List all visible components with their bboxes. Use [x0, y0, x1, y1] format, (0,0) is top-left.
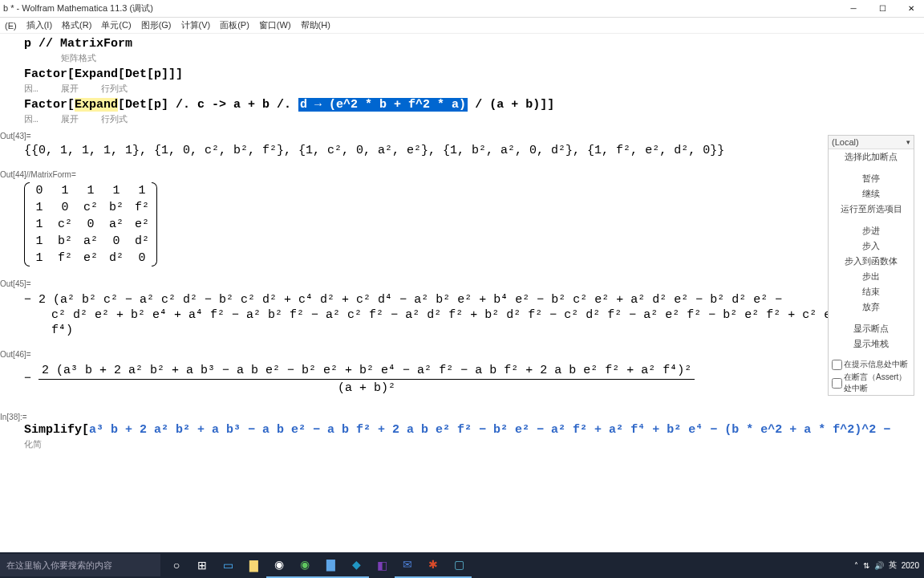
menu-window[interactable]: 窗口(W) [257, 19, 293, 31]
network-icon[interactable]: ⇅ [863, 561, 869, 570]
tray-up-icon[interactable]: ˄ [854, 561, 858, 570]
menu-help[interactable]: 帮助(H) [299, 19, 332, 31]
hint-det: 行列式 [101, 113, 128, 125]
out43-output[interactable]: {{0, 1, 1, 1, 1}, {1, 0, c², b², f²}, {1… [24, 144, 924, 157]
app-title: b * - Wolfram Mathematica 11.3 (调试) [3, 2, 153, 14]
system-tray[interactable]: ˄ ⇅ 🔊 英 2020 [854, 560, 924, 571]
hint-det: 行列式 [101, 83, 128, 95]
wechat-icon[interactable]: ◉ [292, 552, 318, 578]
menu-edit[interactable]: (E) [3, 21, 18, 31]
app-icon-2[interactable]: ▢ [446, 552, 472, 578]
hint-expand: 展开 [61, 113, 79, 125]
debug-step-out[interactable]: 步出 [829, 269, 914, 284]
out46-output[interactable]: − 2 (a³ b + 2 a² b² + a b³ − a b e² − b²… [24, 362, 924, 395]
input-cell-simplify[interactable]: Simplify[a³ b + 2 a² b² + a b³ − a b e² … [24, 421, 924, 450]
out45-output[interactable]: − 2 (a² b² c² − a² c² d² − b² c² d² + c⁴… [24, 291, 924, 337]
out43-label: Out[43]= [0, 132, 924, 140]
out46-label: Out[46]= [0, 350, 924, 359]
debug-run-to[interactable]: 运行至所选项目 [829, 201, 914, 217]
debug-abort[interactable]: 放弃 [829, 299, 914, 315]
chevron-down-icon[interactable]: ▾ [906, 138, 910, 146]
ime-indicator[interactable]: 英 [889, 560, 897, 571]
volume-icon[interactable]: 🔊 [874, 561, 884, 570]
fraction: 2 (a³ b + 2 a² b² + a b³ − a b e² − b² e… [38, 362, 695, 395]
mathematica-icon[interactable]: ✱ [420, 552, 446, 578]
debug-finish[interactable]: 结束 [829, 284, 914, 299]
debug-show-bp[interactable]: 显示断点 [829, 321, 914, 336]
menu-insert[interactable]: 插入(I) [25, 19, 54, 31]
hint-simplify: 化简 [24, 438, 42, 450]
debug-show-stack[interactable]: 显示堆栈 [829, 336, 914, 352]
menu-bar: (E) 插入(I) 格式(R) 单元(C) 图形(G) 计算(V) 面板(P) … [0, 18, 924, 34]
menu-evaluation[interactable]: 计算(V) [180, 19, 213, 31]
debug-pause[interactable]: 暂停 [829, 171, 914, 186]
hint-factor: 因… [24, 113, 38, 125]
notepad-icon[interactable]: ▇ [318, 552, 343, 578]
taskbar: 在这里输入你要搜索的内容 ○ ⊞ ▭ ▇ ◉ ◉ ▇ ◆ ◧ ✉ ✱ ▢ ˄ ⇅… [0, 552, 924, 578]
debug-continue[interactable]: 继续 [829, 186, 914, 201]
menu-graphics[interactable]: 图形(G) [140, 19, 173, 31]
hint-matrixform: 矩阵格式 [61, 52, 96, 64]
debug-check-assert[interactable]: 在断言（Assert）处中断 [829, 371, 914, 395]
mail-icon[interactable]: ✉ [395, 552, 420, 578]
search-input[interactable]: 在这里输入你要搜索的内容 [0, 554, 160, 576]
selected-text[interactable]: d → (e^2 * b + f^2 * a) [298, 98, 468, 112]
input-cell-matrixform[interactable]: p // MatrixForm 矩阵格式 [24, 37, 924, 64]
hint-factor: 因… [24, 83, 38, 95]
chrome-icon[interactable]: ◉ [266, 552, 292, 578]
code-line[interactable]: Factor[Expand[Det[p]]] [24, 67, 924, 81]
onenote-icon[interactable]: ◧ [369, 552, 395, 578]
debug-step[interactable]: 步进 [829, 223, 914, 238]
explorer-icon[interactable]: ▇ [241, 552, 266, 578]
menu-palettes[interactable]: 面板(P) [218, 19, 251, 31]
search-placeholder: 在这里输入你要搜索的内容 [6, 560, 112, 572]
task-view-icon[interactable]: ⊞ [189, 552, 215, 578]
in38-label: In[38]:= [0, 413, 924, 421]
minimize-button[interactable]: ─ [844, 4, 863, 13]
code-line[interactable]: p // MatrixForm [24, 37, 924, 51]
vscode-icon[interactable]: ◆ [343, 552, 369, 578]
out44-label: Out[44]//MatrixForm= [0, 170, 924, 179]
close-button[interactable]: ✕ [902, 4, 921, 13]
clock[interactable]: 2020 [902, 561, 919, 570]
out45-label: Out[45]= [0, 279, 924, 288]
input-cell-factor2[interactable]: Factor[Expand[Det[p] /. c -> a + b /. d … [24, 98, 924, 125]
code-line[interactable]: Factor[Expand[Det[p] /. c -> a + b /. d … [24, 98, 924, 112]
debug-panel[interactable]: (Local)▾ 选择此加断点 暂停 继续 运行至所选项目 步进 步入 步入到函… [828, 135, 914, 396]
menu-cell[interactable]: 单元(C) [99, 19, 132, 31]
title-bar: b * - Wolfram Mathematica 11.3 (调试) ─ ☐ … [0, 0, 924, 18]
maximize-button[interactable]: ☐ [873, 4, 892, 13]
cortana-icon[interactable]: ○ [164, 552, 189, 578]
matrix-display: 0111110c²b²f²1c²0a²e²1b²a²0d²1f²e²d²0 [24, 182, 157, 267]
app-icon-1[interactable]: ▭ [215, 552, 241, 578]
debug-step-in[interactable]: 步入 [829, 238, 914, 254]
debug-local[interactable]: (Local)▾ [829, 136, 914, 149]
code-line[interactable]: Simplify[a³ b + 2 a² b² + a b³ − a b e² … [24, 421, 924, 437]
menu-format[interactable]: 格式(R) [60, 19, 93, 31]
debug-step-into-fn[interactable]: 步入到函数体 [829, 254, 914, 269]
debug-check-msg[interactable]: 在提示信息处中断 [829, 358, 914, 371]
out44-matrix[interactable]: 0111110c²b²f²1c²0a²e²1b²a²0d²1f²e²d²0 [24, 182, 924, 267]
debug-breakpoint[interactable]: 选择此加断点 [829, 149, 914, 165]
hint-expand: 展开 [61, 83, 79, 95]
notebook-area[interactable]: p // MatrixForm 矩阵格式 Factor[Expand[Det[p… [0, 34, 924, 552]
input-cell-factor1[interactable]: Factor[Expand[Det[p]]] 因… 展开 行列式 [24, 67, 924, 95]
